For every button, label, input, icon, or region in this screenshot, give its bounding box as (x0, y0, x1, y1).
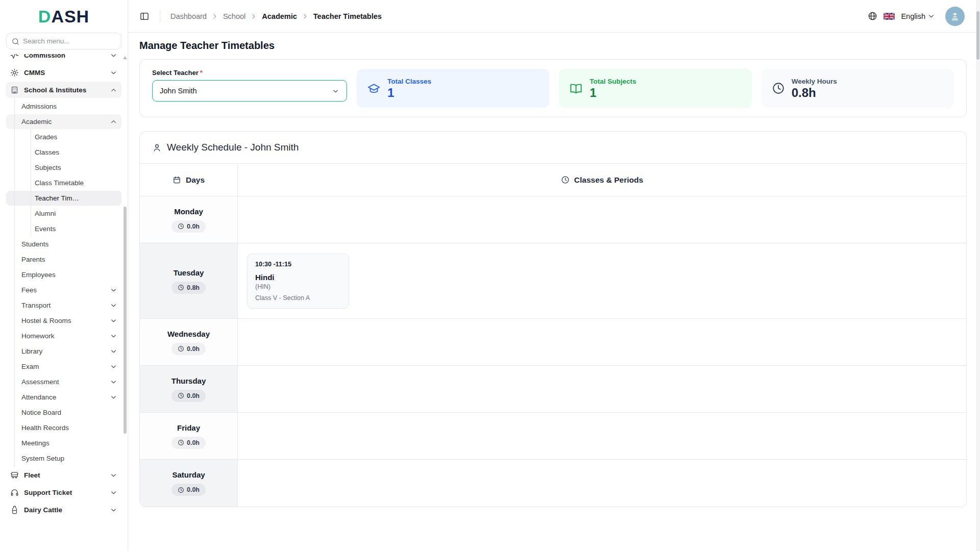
sidebar-item-commission[interactable]: Commission (6, 54, 121, 63)
schedule-row-thursday: Thursday 0.0h (140, 366, 966, 413)
sidebar-item-label: Support Ticket (24, 489, 105, 496)
sidebar-item-label: Assessment (21, 378, 105, 386)
sidebar-scrollbar[interactable] (123, 56, 127, 549)
sidebar-item-hostel-rooms[interactable]: Hostel & Rooms (6, 313, 121, 328)
stat-card-total-classes: Total Classes 1 (357, 69, 549, 108)
sidebar-item-cmms[interactable]: CMMS (6, 64, 121, 81)
sidebar-item-label: Transport (21, 302, 105, 309)
day-cell: Friday 0.0h (140, 413, 238, 459)
clock-icon (178, 439, 184, 446)
sidebar-item-label: Employees (21, 271, 117, 279)
sidebar-item-label: Class Timetable (35, 179, 117, 187)
day-name: Tuesday (174, 268, 204, 277)
sidebar-item-alumni[interactable]: Alumni (6, 206, 121, 221)
breadcrumb-item-academic[interactable]: Academic (262, 12, 297, 20)
sidebar-item-label: Dairy Cattle (24, 506, 105, 514)
teacher-select-block: Select Teacher* John Smith (152, 69, 347, 102)
sidebar-item-fees[interactable]: Fees (6, 283, 121, 297)
sidebar-toggle-icon[interactable] (139, 11, 150, 21)
globe-icon[interactable] (868, 11, 877, 21)
header-actions: English (868, 7, 965, 26)
scroll-up-arrow[interactable] (123, 56, 127, 59)
sidebar-item-admissions[interactable]: Admissions (6, 99, 121, 114)
clock-icon (178, 223, 184, 230)
sidebar-item-label: Notice Board (21, 409, 117, 416)
stat-card-weekly-hours: Weekly Hours 0.8h (762, 69, 954, 108)
sidebar-item-meetings[interactable]: Meetings (6, 436, 121, 450)
sidebar-item-assessment[interactable]: Assessment (6, 374, 121, 389)
breadcrumb: DashboardSchoolAcademicTeacher Timetable… (170, 12, 382, 20)
sidebar-item-label: Classes (35, 148, 117, 156)
sidebar-item-subjects[interactable]: Subjects (6, 160, 121, 175)
sidebar-item-label: Health Records (21, 424, 117, 432)
day-hours-badge: 0.0h (172, 390, 206, 402)
top-header: DashboardSchoolAcademicTeacher Timetable… (128, 0, 980, 33)
sidebar-item-library[interactable]: Library (6, 344, 121, 359)
clock-icon (178, 487, 184, 493)
sidebar-item-school-institutes[interactable]: School & Institutes (6, 82, 121, 98)
headset-icon (10, 488, 19, 497)
breadcrumb-item-teacher-timetables[interactable]: Teacher Timetables (313, 12, 382, 20)
sidebar-item-parents[interactable]: Parents (6, 252, 121, 267)
sidebar-item-notice-board[interactable]: Notice Board (6, 405, 121, 420)
sidebar-item-class-timetable[interactable]: Class Timetable (6, 176, 121, 190)
classes-cell (238, 366, 966, 412)
avatar[interactable] (945, 7, 965, 26)
sidebar-item-attendance[interactable]: Attendance (6, 390, 121, 405)
schedule-row-tuesday: Tuesday 0.8h 10:30 -11:15 Hindi (HIN) Cl… (140, 243, 966, 319)
sidebar-item-transport[interactable]: Transport (6, 298, 121, 313)
classes-cell (238, 196, 966, 243)
search-input[interactable] (6, 33, 121, 49)
page-title: Manage Teacher Timetables (139, 40, 967, 52)
sidebar-item-academic[interactable]: Academic (6, 114, 121, 129)
sidebar-item-teacher-timetables[interactable]: Teacher Timetables (6, 191, 121, 206)
chevron-down-icon (110, 471, 117, 479)
sidebar-item-grades[interactable]: Grades (6, 130, 121, 144)
schedule-title: Weekly Schedule - John Smith (167, 142, 299, 153)
search-icon (11, 37, 20, 46)
page-scrollbar[interactable] (976, 0, 980, 551)
sidebar-item-fleet[interactable]: Fleet (6, 467, 121, 483)
schedule-row-friday: Friday 0.0h (140, 413, 966, 460)
clock-icon (178, 284, 184, 291)
page-scrollbar-thumb[interactable] (976, 11, 979, 60)
sidebar-scrollbar-thumb[interactable] (124, 207, 127, 434)
schedule-header: Weekly Schedule - John Smith (140, 132, 966, 164)
stat-label: Total Classes (387, 78, 431, 85)
sidebar-item-students[interactable]: Students (6, 237, 121, 252)
sidebar-item-health-records[interactable]: Health Records (6, 420, 121, 435)
period-subject-code: (HIN) (255, 283, 341, 290)
period-class-section: Class V - Section A (255, 294, 341, 302)
schedule-row-monday: Monday 0.0h (140, 196, 966, 243)
app-window: DASH Commission CMMS School & Institutes… (0, 0, 980, 551)
breadcrumb-item-dashboard[interactable]: Dashboard (170, 12, 207, 20)
teacher-select[interactable]: John Smith (152, 80, 347, 102)
schedule-column-headers: Days Classes & Periods (140, 164, 966, 196)
day-name: Friday (177, 423, 200, 432)
sidebar-item-classes[interactable]: Classes (6, 145, 121, 160)
sidebar-item-label: Students (21, 240, 117, 248)
sidebar-menu: Commission CMMS School & Institutes Admi… (0, 54, 128, 551)
chevron-down-icon (110, 54, 117, 59)
schedule-row-wednesday: Wednesday 0.0h (140, 319, 966, 366)
chevron-down-icon (110, 317, 117, 324)
breadcrumb-item-school[interactable]: School (223, 12, 246, 20)
milk-icon (10, 506, 19, 514)
day-hours-badge: 0.0h (172, 343, 206, 355)
day-name: Monday (174, 207, 203, 216)
day-hours-badge: 0.8h (172, 282, 206, 294)
sidebar-item-system-setup[interactable]: System Setup (6, 451, 121, 466)
period-time: 10:30 -11:15 (255, 261, 341, 268)
app-logo: DASH (0, 0, 128, 31)
language-selector[interactable]: English (901, 12, 935, 20)
sidebar-item-events[interactable]: Events (6, 221, 121, 236)
stat-value: 1 (590, 86, 636, 99)
sidebar-item-dairy-cattle[interactable]: Dairy Cattle (6, 502, 121, 518)
stat-value: 0.8h (792, 86, 837, 99)
sidebar-item-employees[interactable]: Employees (6, 267, 121, 282)
sidebar-item-homework[interactable]: Homework (6, 329, 121, 343)
sidebar-item-exam[interactable]: Exam (6, 359, 121, 374)
day-hours-badge: 0.0h (172, 437, 206, 449)
sidebar-item-support-ticket[interactable]: Support Ticket (6, 484, 121, 500)
weekly-schedule-card: Weekly Schedule - John Smith Days Classe… (139, 131, 967, 507)
